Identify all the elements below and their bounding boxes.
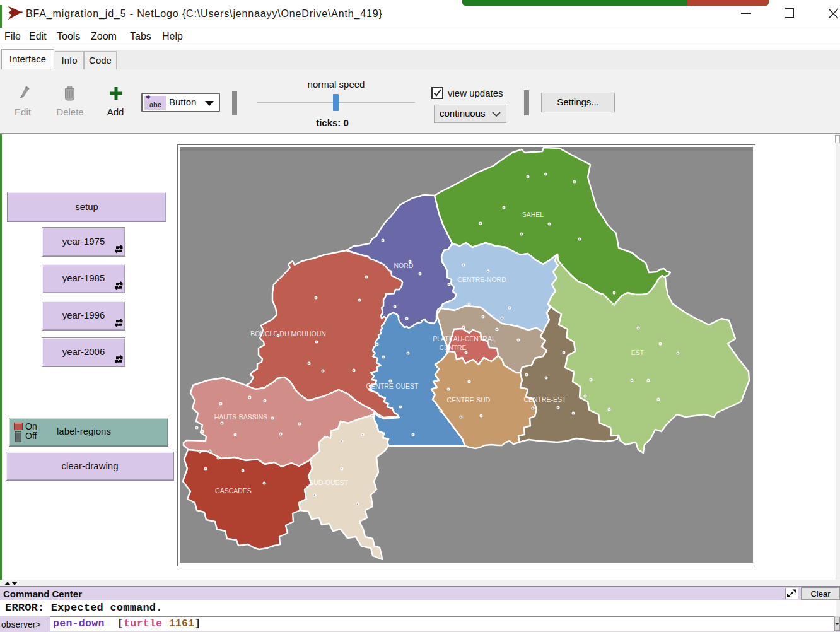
- svg-text:CENTRE-NORD: CENTRE-NORD: [457, 276, 506, 283]
- svg-text:EST: EST: [631, 349, 645, 356]
- svg-text:CENTRE-OUEST: CENTRE-OUEST: [366, 382, 419, 390]
- svg-text:CENTRE: CENTRE: [439, 344, 466, 351]
- svg-text:SUD-OUEST: SUD-OUEST: [309, 479, 348, 486]
- svg-text:BOUCLE DU MOUHOUN: BOUCLE DU MOUHOUN: [250, 330, 326, 337]
- svg-text:CENTRE-SUD: CENTRE-SUD: [447, 396, 491, 404]
- svg-text:HAUTS-BASSINS: HAUTS-BASSINS: [214, 413, 268, 421]
- svg-text:CASCADES: CASCADES: [215, 487, 252, 494]
- svg-text:CENTRE-EST: CENTRE-EST: [523, 395, 566, 403]
- svg-text:SAHEL: SAHEL: [522, 211, 544, 218]
- svg-text:NORD: NORD: [394, 262, 414, 269]
- svg-text:PLATEAU-CENTRAL: PLATEAU-CENTRAL: [433, 335, 496, 342]
